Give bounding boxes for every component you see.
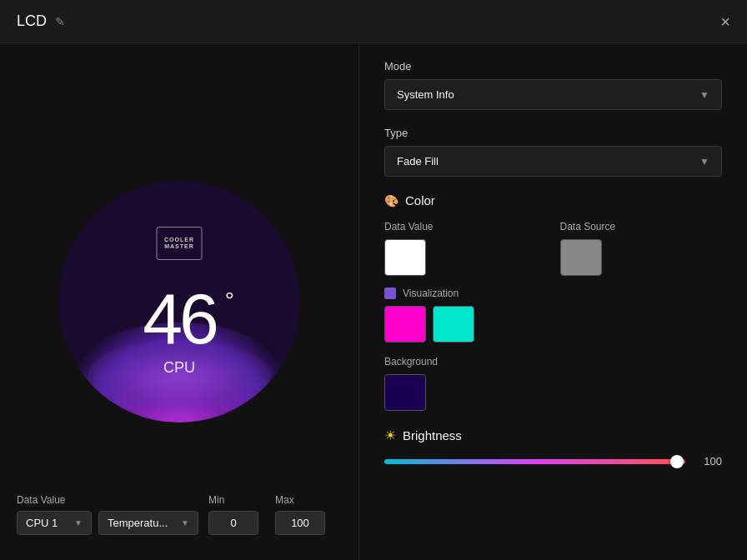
viz-swatches	[384, 306, 722, 342]
brightness-title: ☀ Brightness	[384, 428, 722, 443]
data-source-color-item: Data Source	[560, 221, 723, 276]
cpu-source-arrow: ▼	[74, 518, 83, 528]
max-input[interactable]	[275, 511, 325, 535]
cooler-master-logo: COOLER MASTER	[157, 227, 203, 260]
title-bar: LCD ✎ ×	[0, 0, 747, 43]
close-button[interactable]: ×	[720, 13, 730, 30]
color-palette-icon: 🎨	[384, 194, 399, 208]
mode-dropdown[interactable]: System Info ▼	[384, 79, 722, 110]
max-label: Max	[275, 494, 325, 506]
mode-value: System Info	[397, 88, 454, 101]
data-source-swatch[interactable]	[560, 239, 602, 276]
viz-swatch-2[interactable]	[433, 306, 474, 342]
sun-icon: ☀	[384, 428, 396, 443]
color-section: 🎨 Color Data Value Data Source	[384, 193, 722, 411]
type-row: Type Fade Fill ▼	[384, 127, 722, 177]
brightness-section: ☀ Brightness 100	[384, 428, 722, 468]
lcd-circle-display: COOLER MASTER 46° CPU	[58, 181, 300, 422]
bottom-controls: Data Value CPU 1 ▼ Temperatu... ▼ Min	[17, 494, 342, 535]
data-value-group: Data Value CPU 1 ▼ Temperatu... ▼	[17, 494, 198, 535]
degree-symbol: °	[225, 289, 231, 312]
min-max-group: Min Max	[208, 494, 325, 535]
type-dropdown[interactable]: Fade Fill ▼	[384, 146, 722, 177]
data-value-label: Data Value	[17, 494, 198, 506]
logo-line1: COOLER	[164, 237, 194, 243]
background-swatch[interactable]	[384, 374, 426, 411]
min-label: Min	[208, 494, 258, 506]
lcd-preview-panel: COOLER MASTER 46° CPU Data Value CPU 1 ▼…	[0, 43, 358, 560]
type-label: Type	[384, 127, 722, 139]
data-value-swatch[interactable]	[384, 239, 426, 276]
mode-row: Mode System Info ▼	[384, 60, 722, 110]
cpu-source-value: CPU 1	[26, 517, 58, 529]
min-item: Min	[208, 494, 258, 535]
sensor-label: CPU	[163, 359, 195, 377]
measurement-dropdown[interactable]: Temperatu... ▼	[98, 511, 198, 535]
brightness-slider-container	[384, 459, 685, 464]
settings-panel: Mode System Info ▼ Type Fade Fill ▼ 🎨 Co…	[358, 43, 747, 560]
window-title: LCD	[17, 12, 47, 30]
color-title-text: Color	[405, 193, 435, 208]
color-grid: Data Value Data Source	[384, 221, 722, 276]
visualization-row: Visualization	[384, 288, 722, 342]
viz-swatch-1[interactable]	[384, 306, 426, 342]
measurement-arrow: ▼	[181, 518, 189, 528]
viz-checkbox[interactable]	[384, 288, 396, 299]
brightness-title-text: Brightness	[403, 428, 462, 442]
min-input[interactable]	[208, 511, 258, 535]
viz-label-row: Visualization	[384, 288, 722, 299]
color-title: 🎨 Color	[384, 193, 722, 208]
type-arrow: ▼	[699, 156, 709, 168]
max-item: Max	[275, 494, 325, 535]
brightness-value: 100	[697, 455, 722, 468]
temperature-value: 46	[143, 278, 216, 358]
edit-icon[interactable]: ✎	[55, 15, 65, 28]
mode-label: Mode	[384, 60, 722, 72]
data-source-color-label: Data Source	[560, 221, 723, 232]
brightness-row: 100	[384, 455, 722, 468]
background-color-item: Background	[384, 356, 722, 411]
logo-line2: MASTER	[164, 243, 194, 250]
temperature-display: 46°	[143, 282, 216, 354]
main-content: COOLER MASTER 46° CPU Data Value CPU 1 ▼…	[0, 43, 747, 560]
measurement-value: Temperatu...	[108, 517, 168, 529]
viz-label: Visualization	[403, 288, 459, 299]
data-value-color-item: Data Value	[384, 221, 547, 276]
type-value: Fade Fill	[397, 155, 439, 168]
title-left: LCD ✎	[17, 12, 65, 30]
background-color-label: Background	[384, 356, 722, 368]
data-value-color-label: Data Value	[384, 221, 547, 232]
cpu-source-dropdown[interactable]: CPU 1 ▼	[17, 511, 92, 535]
mode-arrow: ▼	[699, 89, 709, 101]
